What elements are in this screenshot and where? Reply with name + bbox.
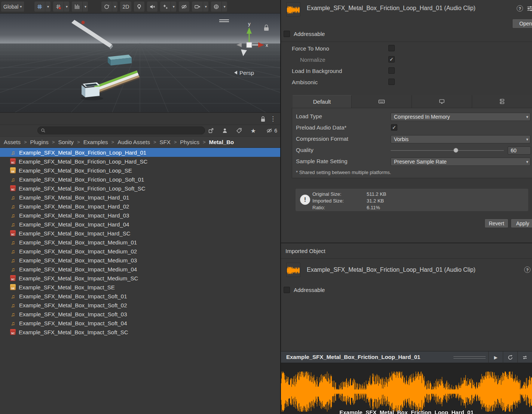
quality-slider-handle[interactable] xyxy=(453,148,458,153)
file-name: Example_SFX_Metal_Box_Impact_Medium_SC xyxy=(19,275,138,281)
increment-snap-button[interactable] xyxy=(53,1,64,12)
load-type-dropdown[interactable]: Compressed In Memory ▾ xyxy=(391,113,531,121)
preload-audio-data-checkbox[interactable]: ✓ xyxy=(391,124,397,131)
breadcrumb-separator: > xyxy=(153,139,156,145)
breadcrumb-item[interactable]: SFX xyxy=(159,139,170,145)
file-row[interactable]: SEExample_SFX_Metal_Box_Friction_Loop_SE xyxy=(0,166,280,175)
tab-server[interactable] xyxy=(472,95,532,108)
preview-drag-handle[interactable] xyxy=(453,356,486,359)
loop-toggle-button[interactable] xyxy=(503,351,517,363)
red-ball-object[interactable] xyxy=(82,21,85,24)
file-row[interactable]: ♫Example_SFX_Metal_Box_Impact_Soft_01 xyxy=(0,292,280,301)
2d-toggle-button[interactable]: 2D xyxy=(120,1,131,12)
kebab-menu-icon[interactable]: ⋮ xyxy=(270,115,276,123)
repeat-button[interactable] xyxy=(517,351,532,363)
loop-icon xyxy=(507,354,513,360)
load-in-background-checkbox[interactable] xyxy=(388,67,395,74)
file-row[interactable]: SEExample_SFX_Metal_Box_Impact_SE xyxy=(0,283,280,292)
search-by-label-button[interactable] xyxy=(235,127,244,135)
search-field[interactable] xyxy=(37,127,205,134)
normalize-checkbox[interactable]: ✓ xyxy=(388,56,395,63)
imported-object-title: Example_SFX_Metal_Box_Friction_Loop_Hard… xyxy=(307,267,518,273)
revert-button[interactable]: Revert xyxy=(484,219,508,228)
file-row[interactable]: ♫Example_SFX_Metal_Box_Impact_Soft_03 xyxy=(0,310,280,319)
file-row[interactable]: ♫Example_SFX_Metal_Box_Impact_Soft_02 xyxy=(0,301,280,310)
presets-icon[interactable] xyxy=(527,6,532,13)
scene-camera-button[interactable] xyxy=(192,1,203,12)
unity-editor-window: Global ▾ ▾ ▾ ▾ xyxy=(0,0,532,414)
quality-value-field[interactable]: 60 xyxy=(508,146,531,155)
open-search-window-button[interactable] xyxy=(207,127,215,135)
search-by-type-button[interactable] xyxy=(220,127,229,135)
scene-effects-button[interactable] xyxy=(160,1,171,12)
hidden-items-toggle[interactable]: 6 xyxy=(266,127,277,135)
scene-camera-dropdown[interactable]: ▾ xyxy=(203,1,208,12)
waveform-caption: Example_SFX_Metal_Box_Friction_Loop_Hard… xyxy=(281,409,532,414)
scene-lighting-toggle-button[interactable] xyxy=(134,1,144,12)
file-name: Example_SFX_Metal_Box_Friction_Loop_Hard… xyxy=(19,158,147,165)
quality-slider-track[interactable] xyxy=(391,150,504,151)
apply-button[interactable]: Apply xyxy=(511,219,532,228)
ambisonic-checkbox[interactable] xyxy=(388,79,395,85)
camera-group: ▾ xyxy=(192,1,208,12)
file-row[interactable]: ♫Example_SFX_Metal_Box_Impact_Medium_03 xyxy=(0,256,280,265)
file-row[interactable]: ♫Example_SFX_Metal_Box_Impact_Hard_03 xyxy=(0,211,280,220)
play-button[interactable]: ▶ xyxy=(488,351,503,363)
file-row[interactable]: SCExample_SFX_Metal_Box_Friction_Loop_So… xyxy=(0,184,280,193)
file-row[interactable]: SCExample_SFX_Metal_Box_Impact_Hard_SC xyxy=(0,229,280,238)
file-row[interactable]: ♫Example_SFX_Metal_Box_Friction_Loop_Sof… xyxy=(0,175,280,184)
breadcrumb-item-current[interactable]: Metal_Bo xyxy=(209,139,234,145)
scene-effects-dropdown[interactable]: ▾ xyxy=(171,1,176,12)
sample-rate-dropdown[interactable]: Preserve Sample Rate ▾ xyxy=(391,158,531,166)
audio-clip-icon: ♫ xyxy=(10,258,16,263)
load-type-value: Compressed In Memory xyxy=(394,114,450,120)
breadcrumb-item[interactable]: Assets xyxy=(4,139,21,145)
file-row[interactable]: ♫Example_SFX_Metal_Box_Impact_Hard_02 xyxy=(0,202,280,211)
favorites-button[interactable]: ★ xyxy=(249,127,258,135)
file-row[interactable]: ♫Example_SFX_Metal_Box_Impact_Medium_02 xyxy=(0,247,280,256)
file-row[interactable]: ♫Example_SFX_Metal_Box_Impact_Hard_01 xyxy=(0,193,280,202)
breadcrumb-item[interactable]: Audio Assets xyxy=(117,139,150,145)
scene-visibility-toggle-button[interactable] xyxy=(179,1,189,12)
compression-format-dropdown[interactable]: Vorbis ▾ xyxy=(391,135,531,143)
file-row[interactable]: ♫Example_SFX_Metal_Box_Impact_Medium_01 xyxy=(0,238,280,247)
lock-icon[interactable] xyxy=(260,116,266,124)
help-icon[interactable]: ? xyxy=(517,5,523,12)
breadcrumb-item[interactable]: Plugins xyxy=(30,139,49,145)
compression-format-label: Compression Format xyxy=(296,136,348,142)
force-to-mono-checkbox[interactable] xyxy=(388,45,395,51)
breadcrumb-item[interactable]: Examples xyxy=(83,139,108,145)
scene-viewport[interactable]: y x Persp xyxy=(0,13,280,112)
tab-default[interactable]: Default xyxy=(293,95,352,108)
gizmos-globe-button[interactable] xyxy=(211,1,221,12)
file-row[interactable]: ♫Example_SFX_Metal_Box_Impact_Soft_04 xyxy=(0,319,280,328)
orbit-tool-dropdown[interactable]: ▾ xyxy=(112,1,117,12)
file-row[interactable]: ♫Example_SFX_Metal_Box_Impact_Hard_04 xyxy=(0,220,280,229)
orbit-tool-button[interactable] xyxy=(101,1,112,12)
breadcrumb-item[interactable]: Physics xyxy=(180,139,199,145)
help-icon[interactable]: ? xyxy=(524,267,531,273)
file-row[interactable]: ♫Example_SFX_Metal_Box_Friction_Loop_Har… xyxy=(0,148,280,157)
file-row[interactable]: SCExample_SFX_Metal_Box_Impact_Soft_SC xyxy=(0,328,280,337)
gizmos-dropdown[interactable]: ▾ xyxy=(221,1,227,12)
ruler-tool-button[interactable] xyxy=(72,1,82,12)
increment-snap-dropdown[interactable]: ▾ xyxy=(64,1,69,12)
file-row[interactable]: ♫Example_SFX_Metal_Box_Impact_Medium_04 xyxy=(0,265,280,274)
ruler-tool-dropdown[interactable]: ▾ xyxy=(82,1,88,12)
file-row[interactable]: SCExample_SFX_Metal_Box_Impact_Medium_SC xyxy=(0,274,280,283)
tab-standalone[interactable] xyxy=(352,95,412,108)
addressable-checkbox[interactable] xyxy=(284,31,290,37)
audio-clip-icon: ♫ xyxy=(10,213,16,218)
grid-snap-dropdown[interactable]: ▾ xyxy=(45,1,51,12)
global-pivot-dropdown[interactable]: Global ▾ xyxy=(1,1,24,12)
search-input[interactable] xyxy=(48,128,202,133)
global-pivot-group: Global ▾ xyxy=(1,1,24,12)
tab-web[interactable] xyxy=(412,95,472,108)
addressable-checkbox[interactable] xyxy=(284,287,290,293)
open-button[interactable]: Open xyxy=(512,19,532,28)
file-name: Example_SFX_Metal_Box_Impact_Medium_01 xyxy=(19,239,137,246)
file-row[interactable]: SCExample_SFX_Metal_Box_Friction_Loop_Ha… xyxy=(0,157,280,166)
scene-audio-toggle-button[interactable] xyxy=(147,1,158,12)
breadcrumb-item[interactable]: Sonity xyxy=(58,139,74,145)
grid-snap-button[interactable] xyxy=(34,1,45,12)
